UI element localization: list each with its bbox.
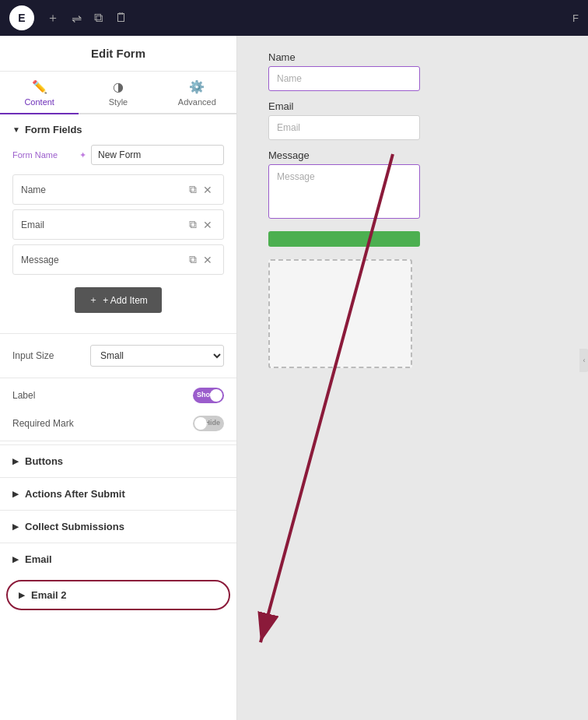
label-toggle-text: Show xyxy=(197,391,215,399)
actions-arrow: ▶ xyxy=(12,490,19,498)
form-item-email: Email ⧉ ✕ xyxy=(12,209,224,240)
form-item-message: Message ⧉ ✕ xyxy=(12,244,224,275)
layers-icon[interactable]: ⧉ xyxy=(94,11,103,25)
input-size-select[interactable]: Small Medium Large xyxy=(90,345,224,367)
form-name-row: Form Name ✦ xyxy=(12,145,224,165)
divider-2 xyxy=(0,378,236,378)
preview-name-label: Name xyxy=(268,51,588,63)
preview-name-field: Name Name xyxy=(268,51,588,91)
label-toggle[interactable]: Show xyxy=(193,388,224,403)
form-item-name-delete[interactable]: ✕ xyxy=(200,182,215,198)
input-size-row: Input Size Small Medium Large xyxy=(0,337,236,374)
tab-content-label: Content xyxy=(24,97,54,107)
preview-name-input: Name xyxy=(268,66,420,91)
form-preview: Name Name Email Email Message Message xyxy=(268,51,588,368)
tab-advanced[interactable]: ⚙️ Advanced xyxy=(158,72,236,114)
tab-style[interactable]: ◑ Style xyxy=(79,72,157,114)
collect-submissions-section[interactable]: ▶ Collect Submissions xyxy=(0,510,236,543)
form-item-name-label: Name xyxy=(21,184,186,195)
required-mark-switch[interactable]: Hide xyxy=(193,416,224,431)
email-section[interactable]: ▶ Email xyxy=(0,543,236,575)
preview-message-field: Message Message xyxy=(268,149,588,219)
preview-email-field: Email Email xyxy=(268,100,588,140)
required-mark-text: Hide xyxy=(205,419,220,427)
buttons-arrow: ▶ xyxy=(12,457,19,465)
form-item-email-label: Email xyxy=(21,220,186,230)
divider-1 xyxy=(0,333,236,334)
add-item-button[interactable]: ＋ + Add Item xyxy=(75,287,162,313)
preview-submit-button[interactable] xyxy=(268,231,420,247)
label-toggle-switch[interactable]: Show xyxy=(193,388,224,403)
required-mark-label: Required Mark xyxy=(12,418,185,429)
form-item-name: Name ⧉ ✕ xyxy=(12,174,224,205)
topbar: E ＋ ⇌ ⧉ 🗒 F xyxy=(0,0,588,36)
preview-message-textarea: Message xyxy=(268,164,420,219)
form-fields-section: Form Name ✦ Name ⧉ ✕ Email ⧉ ✕ xyxy=(0,145,236,330)
email2-label: Email 2 xyxy=(31,589,67,601)
form-name-label: Form Name xyxy=(12,150,75,160)
preview-message-label: Message xyxy=(268,149,588,161)
actions-label: Actions After Submit xyxy=(25,488,125,500)
form-item-message-delete[interactable]: ✕ xyxy=(200,252,215,268)
collect-arrow: ▶ xyxy=(12,522,19,531)
main-layout: Edit Form ✏️ Content ◑ Style ⚙️ Advanced… xyxy=(0,36,588,720)
form-item-email-delete[interactable]: ✕ xyxy=(200,217,215,233)
required-mark-toggle[interactable]: Hide xyxy=(193,416,224,431)
label-toggle-label: Label xyxy=(12,390,185,401)
tab-content[interactable]: ✏️ Content xyxy=(0,72,79,114)
content-tab-icon: ✏️ xyxy=(32,79,47,94)
tab-advanced-label: Advanced xyxy=(178,97,216,107)
collect-label: Collect Submissions xyxy=(25,521,124,532)
email-label: Email xyxy=(25,553,52,565)
form-item-message-label: Message xyxy=(21,255,186,265)
form-fields-arrow: ▼ xyxy=(12,125,20,134)
form-fields-header[interactable]: ▼ Form Fields xyxy=(0,114,236,145)
left-panel: Edit Form ✏️ Content ◑ Style ⚙️ Advanced… xyxy=(0,36,237,720)
dashed-placeholder xyxy=(268,259,412,368)
form-name-icon: ✦ xyxy=(79,150,86,160)
email-arrow: ▶ xyxy=(12,555,19,564)
logo-letter: E xyxy=(18,12,25,24)
add-item-plus: ＋ xyxy=(89,293,98,307)
settings-icon[interactable]: ⇌ xyxy=(72,11,82,26)
add-icon[interactable]: ＋ xyxy=(47,10,59,26)
input-size-label: Input Size xyxy=(12,350,82,361)
form-item-message-copy[interactable]: ⧉ xyxy=(186,251,200,268)
right-canvas: Name Name Email Email Message Message xyxy=(237,36,588,720)
notes-icon[interactable]: 🗒 xyxy=(115,11,128,25)
form-item-name-copy[interactable]: ⧉ xyxy=(186,181,200,198)
topbar-right-label: F xyxy=(572,12,579,24)
actions-after-submit-section[interactable]: ▶ Actions After Submit xyxy=(0,477,236,510)
panel-content: ▼ Form Fields Form Name ✦ Name ⧉ ✕ xyxy=(0,114,236,720)
form-fields-label: Form Fields xyxy=(25,124,82,135)
elementor-logo[interactable]: E xyxy=(9,5,34,30)
form-name-input[interactable] xyxy=(91,145,224,165)
tab-style-label: Style xyxy=(109,97,128,107)
add-item-label: + Add Item xyxy=(103,295,148,306)
form-item-email-copy[interactable]: ⧉ xyxy=(186,216,200,233)
preview-email-label: Email xyxy=(268,100,588,112)
email2-section[interactable]: ▶ Email 2 xyxy=(6,580,230,610)
tabs: ✏️ Content ◑ Style ⚙️ Advanced xyxy=(0,72,236,114)
preview-email-input: Email xyxy=(268,115,420,140)
buttons-label: Buttons xyxy=(25,455,63,467)
buttons-section[interactable]: ▶ Buttons xyxy=(0,444,236,477)
panel-title: Edit Form xyxy=(0,36,236,72)
required-mark-row: Required Mark Hide xyxy=(0,409,236,437)
form-items-list: Name ⧉ ✕ Email ⧉ ✕ Message ⧉ ✕ xyxy=(12,174,224,275)
style-tab-icon: ◑ xyxy=(113,79,124,94)
email2-arrow: ▶ xyxy=(19,591,25,599)
divider-3 xyxy=(0,441,236,441)
label-toggle-row: Label Show xyxy=(0,381,236,409)
advanced-tab-icon: ⚙️ xyxy=(189,79,205,94)
